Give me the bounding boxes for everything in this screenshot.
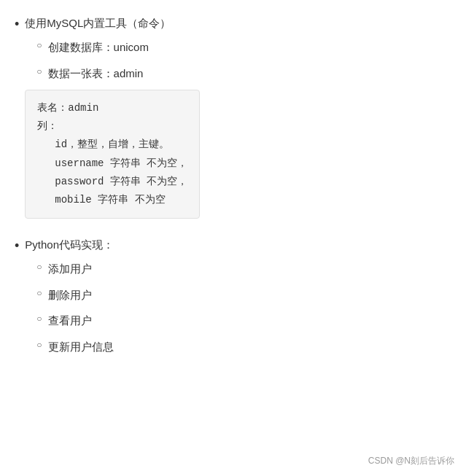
code-line-2: 列： xyxy=(37,117,187,136)
code-block: 表名：admin 列： id，整型，自增，主键。 username 字符串 不为… xyxy=(25,90,200,219)
code-line-6: mobile 字符串 不为空 xyxy=(55,191,187,209)
python-content: Python代码实现： ○ 添加用户 ○ 删除用户 ○ 查看用户 xyxy=(25,236,114,363)
sub-text-create-table: 数据一张表：admin xyxy=(48,64,144,83)
main-list: • 使用MySQL内置工具（命令） ○ 创建数据库：unicom ○ 数据一张表… xyxy=(15,15,448,363)
sub-text-update-user: 更新用户信息 xyxy=(48,338,114,356)
sub-text-create-db: 创建数据库：unicom xyxy=(48,38,149,57)
section-mysql: • 使用MySQL内置工具（命令） ○ 创建数据库：unicom ○ 数据一张表… xyxy=(15,15,448,225)
sub-dot-create-table: ○ xyxy=(36,64,42,80)
section-python: • Python代码实现： ○ 添加用户 ○ 删除用户 ○ 查看用户 xyxy=(15,236,448,363)
bullet-dot-python: • xyxy=(15,236,19,256)
code-line-1: 表名：admin xyxy=(37,99,187,117)
sub-text-view-user: 查看用户 xyxy=(48,311,92,330)
sub-dot-create-db: ○ xyxy=(36,38,42,54)
watermark: CSDN @N刻后告诉你 xyxy=(368,455,454,467)
bullet-dot-mysql: • xyxy=(15,15,19,34)
code-line-3: id，整型，自增，主键。 xyxy=(55,136,187,154)
code-line-4: username 字符串 不为空， xyxy=(55,155,187,173)
code-line-5: password 字符串 不为空， xyxy=(55,173,187,191)
sub-view-user: ○ 查看用户 xyxy=(36,311,114,330)
sub-dot-update-user: ○ xyxy=(36,338,42,354)
sub-delete-user: ○ 删除用户 xyxy=(36,286,114,305)
sub-update-user: ○ 更新用户信息 xyxy=(36,338,114,356)
sub-text-delete-user: 删除用户 xyxy=(48,286,92,305)
sub-add-user: ○ 添加用户 xyxy=(36,260,114,278)
sub-create-db: ○ 创建数据库：unicom xyxy=(36,38,200,57)
sub-text-add-user: 添加用户 xyxy=(48,260,92,278)
mysql-sub-list: ○ 创建数据库：unicom ○ 数据一张表：admin xyxy=(36,38,200,82)
sub-dot-view-user: ○ xyxy=(36,311,42,327)
mysql-label: 使用MySQL内置工具（命令） xyxy=(25,17,171,29)
python-sub-list: ○ 添加用户 ○ 删除用户 ○ 查看用户 ○ 更新用户信息 xyxy=(36,260,114,356)
sub-dot-delete-user: ○ xyxy=(36,286,42,302)
content-wrapper: • 使用MySQL内置工具（命令） ○ 创建数据库：unicom ○ 数据一张表… xyxy=(15,15,448,363)
sub-dot-add-user: ○ xyxy=(36,260,42,276)
sub-create-table: ○ 数据一张表：admin xyxy=(36,64,200,83)
python-label: Python代码实现： xyxy=(25,238,114,251)
mysql-content: 使用MySQL内置工具（命令） ○ 创建数据库：unicom ○ 数据一张表：a… xyxy=(25,15,200,225)
